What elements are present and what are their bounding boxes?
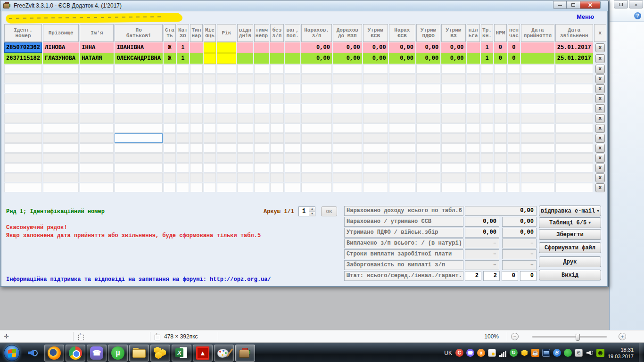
cell-narakh-zp[interactable] (301, 143, 332, 153)
cell-narakh-esv[interactable] (389, 74, 415, 83)
cell-surname[interactable] (43, 104, 79, 113)
cell-data-pryiniattia[interactable] (521, 114, 554, 123)
cell-id[interactable] (4, 114, 42, 123)
cell-data-pryiniattia[interactable] (521, 153, 554, 163)
cell-dorakh-mzp[interactable]: 0,00 (333, 42, 362, 53)
cell-name[interactable] (80, 104, 114, 113)
cell-misyats[interactable] (204, 42, 216, 53)
cell-vah-pol[interactable] (285, 163, 300, 173)
cell-surname[interactable] (43, 163, 79, 173)
action-button-3[interactable]: Зберегти (539, 229, 601, 240)
cell-misyats[interactable] (204, 123, 216, 133)
cell-pilha[interactable] (467, 42, 480, 53)
cell-nrm[interactable]: 0 (494, 53, 506, 64)
cell-data-pryiniattia[interactable] (521, 53, 554, 64)
cell-name[interactable] (80, 143, 114, 153)
cell-utrym-vz[interactable] (441, 84, 465, 93)
cell-typ-nar[interactable] (190, 114, 202, 123)
cell-utrym-vz[interactable] (441, 153, 465, 163)
taskbar-firefox-icon[interactable] (44, 345, 64, 362)
cell-id[interactable] (4, 84, 42, 93)
cell-narakh-zp[interactable] (301, 133, 332, 143)
cell-vah-pol[interactable] (285, 143, 300, 153)
cell-misyats[interactable] (204, 114, 216, 123)
tray-volume-icon[interactable] (586, 349, 594, 357)
cell-data-zvilnennia[interactable] (555, 153, 593, 163)
cell-tr-kn[interactable] (481, 64, 493, 74)
tray-ccleaner-icon[interactable]: C (455, 349, 463, 357)
cell-nep-chas[interactable] (508, 143, 520, 153)
cell-narakh-esv[interactable] (389, 114, 415, 123)
cell-misyats[interactable] (204, 74, 216, 83)
cell-vidp-dniv[interactable] (237, 114, 253, 123)
delete-row-button[interactable]: x (595, 134, 605, 143)
clock[interactable]: 18:31 19.03.2017 (608, 346, 636, 360)
cell-dorakh-mzp[interactable] (333, 74, 362, 83)
cell-data-pryiniattia[interactable] (521, 173, 554, 182)
cell-utrym-esv[interactable] (363, 123, 388, 133)
cell-utrym-esv[interactable] (363, 94, 388, 103)
cell-utrym-esv[interactable] (363, 153, 388, 163)
cell-bez-zp[interactable] (270, 94, 284, 103)
cell-utrym-esv[interactable] (363, 183, 388, 192)
ok-button[interactable]: ОК (321, 206, 337, 216)
cell-nep-chas[interactable] (508, 74, 520, 83)
cell-patronymic[interactable] (115, 163, 163, 173)
cell-data-pryiniattia[interactable] (521, 123, 554, 133)
tray-java-icon[interactable]: ☕ (531, 349, 539, 357)
cell-data-pryiniattia[interactable] (521, 104, 554, 113)
cell-tr-kn[interactable] (481, 153, 493, 163)
cell-narakh-zp[interactable]: 0,00 (301, 42, 332, 53)
cell-typ-nar[interactable] (190, 133, 202, 143)
cell-kat-zo[interactable] (177, 133, 189, 143)
cell-bez-zp[interactable] (270, 173, 284, 182)
cell-misyats[interactable] (204, 84, 216, 93)
cell-tr-kn[interactable] (481, 94, 493, 103)
cell-tr-kn[interactable]: 1 (481, 53, 493, 64)
cell-vah-pol[interactable] (285, 53, 300, 64)
cell-narakh-esv[interactable] (389, 123, 415, 133)
cell-tr-kn[interactable] (481, 114, 493, 123)
cell-utrym-vz[interactable] (441, 74, 465, 83)
cell-data-zvilnennia[interactable] (555, 114, 593, 123)
cell-kat-zo[interactable]: 1 (177, 42, 189, 53)
cell-kat-zo[interactable] (177, 163, 189, 173)
cell-data-zvilnennia[interactable] (555, 74, 593, 83)
spinner-up-icon[interactable]: ▲ (309, 207, 315, 212)
cell-tymch-nepr[interactable] (254, 74, 269, 83)
cell-misyats[interactable] (204, 94, 216, 103)
cell-utrym-esv[interactable] (363, 104, 388, 113)
cell-bez-zp[interactable] (270, 84, 284, 93)
cell-rik[interactable] (217, 94, 236, 103)
cell-data-pryiniattia[interactable] (521, 163, 554, 173)
cell-tymch-nepr[interactable] (254, 104, 269, 113)
cell-nep-chas[interactable] (508, 104, 520, 113)
cell-surname[interactable] (43, 114, 79, 123)
cell-utrym-vz[interactable]: 0,00 (441, 53, 465, 64)
cell-utrym-esv[interactable] (363, 114, 388, 123)
cell-nep-chas[interactable] (508, 173, 520, 182)
cell-narakh-zp[interactable] (301, 84, 332, 93)
cell-narakh-zp[interactable] (301, 173, 332, 182)
cell-dorakh-mzp[interactable] (333, 133, 362, 143)
cell-name[interactable] (80, 173, 114, 182)
taskbar-paint-icon[interactable] (214, 345, 234, 362)
cell-narakh-esv[interactable] (389, 133, 415, 143)
cell-utrym-pdfo[interactable]: 0,00 (416, 53, 440, 64)
cell-nep-chas[interactable]: 0 (508, 53, 520, 64)
cell-typ-nar[interactable] (190, 74, 202, 83)
cell-dorakh-mzp[interactable] (333, 143, 362, 153)
close-button[interactable]: ✕ (580, 1, 601, 9)
cell-patronymic[interactable] (115, 153, 163, 163)
cell-data-zvilnennia[interactable] (555, 163, 593, 173)
cell-data-zvilnennia[interactable]: 25.01.2017 (555, 42, 593, 53)
cell-utrym-vz[interactable] (441, 183, 465, 192)
cell-pilha[interactable] (467, 104, 480, 113)
tray-signal-icon[interactable] (499, 349, 507, 357)
cell-nep-chas[interactable]: 0 (508, 42, 520, 53)
delete-row-button[interactable]: x (595, 154, 605, 163)
cell-vidp-dniv[interactable] (237, 123, 253, 133)
cell-utrym-pdfo[interactable] (416, 114, 440, 123)
cell-narakh-esv[interactable] (389, 183, 415, 192)
cell-kat-zo[interactable] (177, 143, 189, 153)
